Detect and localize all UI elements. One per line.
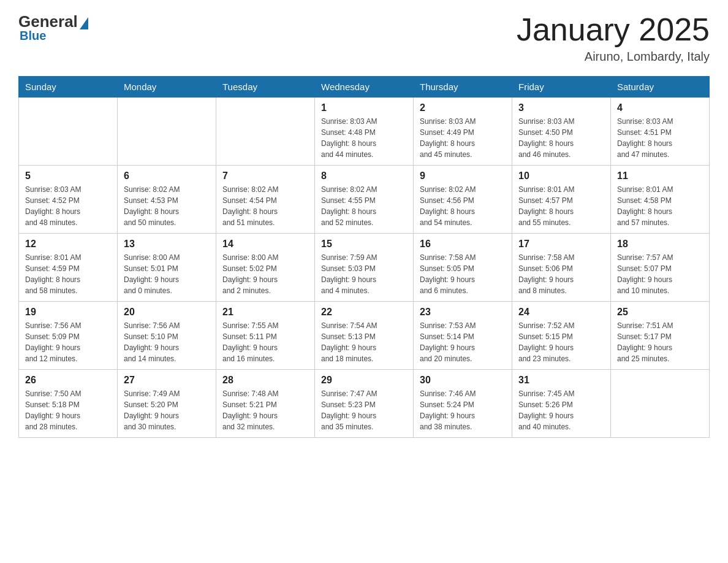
day-info: Sunrise: 8:01 AM Sunset: 4:59 PM Dayligh… bbox=[25, 252, 111, 296]
day-info: Sunrise: 8:03 AM Sunset: 4:48 PM Dayligh… bbox=[321, 116, 407, 160]
day-number: 8 bbox=[321, 170, 407, 182]
day-info: Sunrise: 7:56 AM Sunset: 5:09 PM Dayligh… bbox=[25, 320, 111, 364]
day-info: Sunrise: 7:47 AM Sunset: 5:23 PM Dayligh… bbox=[321, 388, 407, 432]
calendar-cell: 23Sunrise: 7:53 AM Sunset: 5:14 PM Dayli… bbox=[414, 302, 512, 370]
day-info: Sunrise: 8:03 AM Sunset: 4:52 PM Dayligh… bbox=[25, 184, 111, 228]
month-title: January 2025 bbox=[517, 12, 710, 47]
calendar-cell: 28Sunrise: 7:48 AM Sunset: 5:21 PM Dayli… bbox=[216, 370, 315, 438]
calendar-cell: 11Sunrise: 8:01 AM Sunset: 4:58 PM Dayli… bbox=[611, 166, 710, 234]
page-header: General Blue January 2025 Airuno, Lombar… bbox=[18, 12, 710, 64]
day-number: 23 bbox=[420, 307, 506, 318]
calendar-header-saturday: Saturday bbox=[611, 77, 710, 98]
calendar-cell: 29Sunrise: 7:47 AM Sunset: 5:23 PM Dayli… bbox=[315, 370, 414, 438]
calendar-header-thursday: Thursday bbox=[414, 77, 512, 98]
day-number: 5 bbox=[25, 170, 111, 182]
day-number: 6 bbox=[124, 170, 210, 182]
calendar-cell: 5Sunrise: 8:03 AM Sunset: 4:52 PM Daylig… bbox=[19, 166, 118, 234]
day-number: 25 bbox=[617, 307, 703, 318]
calendar-cell bbox=[216, 98, 315, 166]
day-info: Sunrise: 7:59 AM Sunset: 5:03 PM Dayligh… bbox=[321, 252, 407, 296]
day-info: Sunrise: 8:03 AM Sunset: 4:50 PM Dayligh… bbox=[518, 116, 604, 160]
calendar-cell: 3Sunrise: 8:03 AM Sunset: 4:50 PM Daylig… bbox=[512, 98, 611, 166]
day-number: 31 bbox=[518, 375, 604, 386]
day-info: Sunrise: 7:56 AM Sunset: 5:10 PM Dayligh… bbox=[124, 320, 210, 364]
location: Airuno, Lombardy, Italy bbox=[517, 50, 710, 64]
calendar-week-1: 1Sunrise: 8:03 AM Sunset: 4:48 PM Daylig… bbox=[19, 98, 710, 166]
day-number: 10 bbox=[518, 170, 604, 182]
day-number: 3 bbox=[518, 102, 604, 113]
day-number: 17 bbox=[518, 239, 604, 250]
day-info: Sunrise: 7:52 AM Sunset: 5:15 PM Dayligh… bbox=[518, 320, 604, 364]
day-number: 7 bbox=[222, 170, 308, 182]
day-info: Sunrise: 8:02 AM Sunset: 4:55 PM Dayligh… bbox=[321, 184, 407, 228]
day-number: 30 bbox=[420, 375, 506, 386]
calendar-cell: 30Sunrise: 7:46 AM Sunset: 5:24 PM Dayli… bbox=[414, 370, 512, 438]
day-info: Sunrise: 7:48 AM Sunset: 5:21 PM Dayligh… bbox=[222, 388, 308, 432]
day-number: 18 bbox=[617, 239, 703, 250]
day-info: Sunrise: 8:00 AM Sunset: 5:02 PM Dayligh… bbox=[222, 252, 308, 296]
logo: General Blue bbox=[18, 12, 88, 43]
calendar-cell: 31Sunrise: 7:45 AM Sunset: 5:26 PM Dayli… bbox=[512, 370, 611, 438]
day-info: Sunrise: 7:45 AM Sunset: 5:26 PM Dayligh… bbox=[518, 388, 604, 432]
day-number: 19 bbox=[25, 307, 111, 318]
calendar-cell: 15Sunrise: 7:59 AM Sunset: 5:03 PM Dayli… bbox=[315, 234, 414, 302]
calendar-week-2: 5Sunrise: 8:03 AM Sunset: 4:52 PM Daylig… bbox=[19, 166, 710, 234]
calendar-cell: 10Sunrise: 8:01 AM Sunset: 4:57 PM Dayli… bbox=[512, 166, 611, 234]
day-number: 29 bbox=[321, 375, 407, 386]
calendar-cell bbox=[19, 98, 118, 166]
day-info: Sunrise: 8:03 AM Sunset: 4:51 PM Dayligh… bbox=[617, 116, 703, 160]
calendar-cell: 14Sunrise: 8:00 AM Sunset: 5:02 PM Dayli… bbox=[216, 234, 315, 302]
day-info: Sunrise: 7:58 AM Sunset: 5:05 PM Dayligh… bbox=[420, 252, 506, 296]
calendar-cell: 19Sunrise: 7:56 AM Sunset: 5:09 PM Dayli… bbox=[19, 302, 118, 370]
calendar-cell: 16Sunrise: 7:58 AM Sunset: 5:05 PM Dayli… bbox=[414, 234, 512, 302]
calendar-cell: 22Sunrise: 7:54 AM Sunset: 5:13 PM Dayli… bbox=[315, 302, 414, 370]
day-number: 16 bbox=[420, 239, 506, 250]
calendar-cell: 25Sunrise: 7:51 AM Sunset: 5:17 PM Dayli… bbox=[611, 302, 710, 370]
calendar-cell: 27Sunrise: 7:49 AM Sunset: 5:20 PM Dayli… bbox=[118, 370, 216, 438]
day-number: 1 bbox=[321, 102, 407, 113]
calendar-header-wednesday: Wednesday bbox=[315, 77, 414, 98]
day-info: Sunrise: 7:54 AM Sunset: 5:13 PM Dayligh… bbox=[321, 320, 407, 364]
day-number: 22 bbox=[321, 307, 407, 318]
calendar-week-5: 26Sunrise: 7:50 AM Sunset: 5:18 PM Dayli… bbox=[19, 370, 710, 438]
calendar-cell bbox=[118, 98, 216, 166]
calendar-week-4: 19Sunrise: 7:56 AM Sunset: 5:09 PM Dayli… bbox=[19, 302, 710, 370]
day-number: 20 bbox=[124, 307, 210, 318]
day-number: 4 bbox=[617, 102, 703, 113]
day-info: Sunrise: 7:58 AM Sunset: 5:06 PM Dayligh… bbox=[518, 252, 604, 296]
title-section: January 2025 Airuno, Lombardy, Italy bbox=[517, 12, 710, 64]
day-info: Sunrise: 7:57 AM Sunset: 5:07 PM Dayligh… bbox=[617, 252, 703, 296]
day-info: Sunrise: 8:01 AM Sunset: 4:58 PM Dayligh… bbox=[617, 184, 703, 228]
day-number: 14 bbox=[222, 239, 308, 250]
logo-blue-text: Blue bbox=[20, 29, 46, 43]
day-info: Sunrise: 8:02 AM Sunset: 4:54 PM Dayligh… bbox=[222, 184, 308, 228]
day-info: Sunrise: 8:02 AM Sunset: 4:56 PM Dayligh… bbox=[420, 184, 506, 228]
calendar-header-sunday: Sunday bbox=[19, 77, 118, 98]
day-number: 13 bbox=[124, 239, 210, 250]
calendar-cell bbox=[611, 370, 710, 438]
calendar-cell: 12Sunrise: 8:01 AM Sunset: 4:59 PM Dayli… bbox=[19, 234, 118, 302]
calendar-header-monday: Monday bbox=[118, 77, 216, 98]
day-number: 26 bbox=[25, 375, 111, 386]
calendar-cell: 24Sunrise: 7:52 AM Sunset: 5:15 PM Dayli… bbox=[512, 302, 611, 370]
calendar-cell: 26Sunrise: 7:50 AM Sunset: 5:18 PM Dayli… bbox=[19, 370, 118, 438]
day-info: Sunrise: 8:01 AM Sunset: 4:57 PM Dayligh… bbox=[518, 184, 604, 228]
day-number: 12 bbox=[25, 239, 111, 250]
day-number: 11 bbox=[617, 170, 703, 182]
calendar-cell: 13Sunrise: 8:00 AM Sunset: 5:01 PM Dayli… bbox=[118, 234, 216, 302]
calendar-header-tuesday: Tuesday bbox=[216, 77, 315, 98]
day-number: 21 bbox=[222, 307, 308, 318]
day-info: Sunrise: 8:00 AM Sunset: 5:01 PM Dayligh… bbox=[124, 252, 210, 296]
day-number: 2 bbox=[420, 102, 506, 113]
day-info: Sunrise: 7:51 AM Sunset: 5:17 PM Dayligh… bbox=[617, 320, 703, 364]
logo-triangle-icon bbox=[80, 17, 88, 29]
day-info: Sunrise: 7:49 AM Sunset: 5:20 PM Dayligh… bbox=[124, 388, 210, 432]
day-info: Sunrise: 8:03 AM Sunset: 4:49 PM Dayligh… bbox=[420, 116, 506, 160]
calendar-week-3: 12Sunrise: 8:01 AM Sunset: 4:59 PM Dayli… bbox=[19, 234, 710, 302]
day-info: Sunrise: 7:46 AM Sunset: 5:24 PM Dayligh… bbox=[420, 388, 506, 432]
calendar-cell: 20Sunrise: 7:56 AM Sunset: 5:10 PM Dayli… bbox=[118, 302, 216, 370]
calendar-cell: 9Sunrise: 8:02 AM Sunset: 4:56 PM Daylig… bbox=[414, 166, 512, 234]
calendar-cell: 2Sunrise: 8:03 AM Sunset: 4:49 PM Daylig… bbox=[414, 98, 512, 166]
calendar-cell: 8Sunrise: 8:02 AM Sunset: 4:55 PM Daylig… bbox=[315, 166, 414, 234]
calendar-cell: 17Sunrise: 7:58 AM Sunset: 5:06 PM Dayli… bbox=[512, 234, 611, 302]
